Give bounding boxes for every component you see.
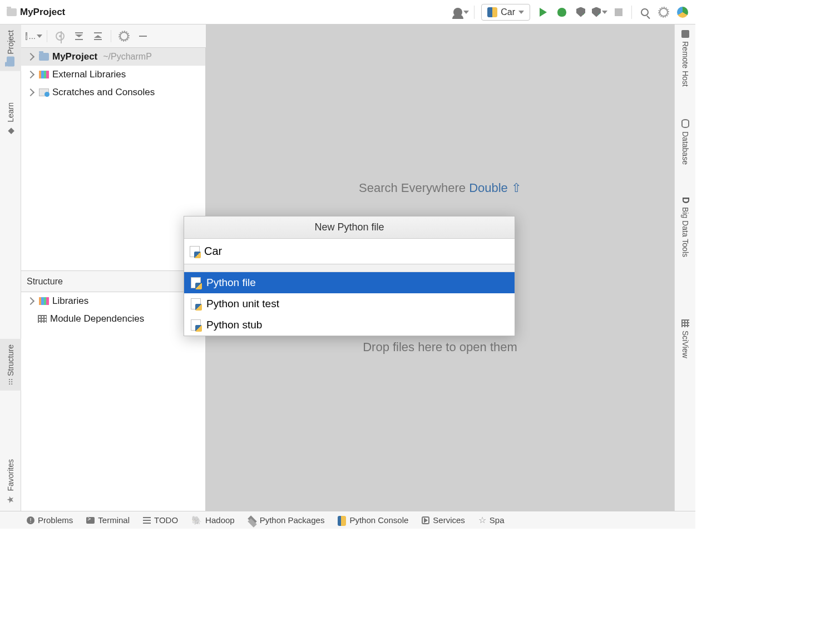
caret-down-icon (602, 11, 607, 14)
profile-button[interactable] (592, 4, 607, 20)
python-icon (338, 516, 346, 524)
collapse-all-button[interactable] (90, 28, 106, 45)
tree-project-root[interactable]: MyProject ~/PycharmP (21, 48, 205, 66)
dialog-input-row (184, 239, 515, 264)
select-opened-file-button[interactable] (52, 28, 68, 45)
dialog-separator (184, 264, 515, 272)
tab-learn[interactable]: ◆ Learn (0, 97, 21, 141)
expand-all-button[interactable] (71, 28, 87, 45)
structure-libraries[interactable]: Libraries (21, 292, 205, 310)
tree-path: ~/PycharmP (103, 52, 152, 62)
tab-problems[interactable]: !Problems (27, 515, 73, 525)
bottom-toolbar: !Problems Terminal TODO 🐘Hadoop Python P… (0, 511, 695, 529)
structure-module-deps[interactable]: Module Dependencies (21, 310, 205, 328)
tab-python-console[interactable]: Python Console (338, 515, 408, 525)
option-label: Python stub (206, 319, 262, 331)
drop-hint: Drop files here to open them (363, 340, 517, 355)
tab-label: SciView (681, 331, 690, 358)
structure-icon: ⠿ (8, 378, 13, 387)
tab-hadoop[interactable]: 🐘Hadoop (191, 515, 235, 525)
option-python-file[interactable]: Python file (184, 272, 515, 293)
tab-label: Services (433, 515, 465, 525)
caret-down-icon (37, 35, 42, 38)
scratch-icon (39, 88, 49, 96)
tab-structure[interactable]: ⠿ Structure (0, 339, 21, 391)
dialog-title: New Python file (184, 216, 515, 239)
tab-spark[interactable]: ☆Spa (478, 515, 505, 525)
search-label: Search Everywhere (359, 181, 466, 195)
tree-label: External Libraries (52, 69, 126, 80)
option-python-unit-test[interactable]: Python unit test (184, 293, 515, 314)
library-icon (39, 297, 49, 305)
library-icon (39, 71, 49, 78)
toolbar-separator (111, 30, 111, 42)
tab-services[interactable]: Services (422, 515, 465, 525)
toolbar-separator (474, 6, 475, 19)
folder-icon (7, 8, 17, 16)
settings-button[interactable] (656, 4, 671, 20)
run-config-selector[interactable]: Car (481, 4, 530, 21)
hadoop-icon: 🐘 (191, 515, 202, 525)
view-mode-selector[interactable]: ... (26, 28, 42, 45)
breadcrumb-project: MyProject (20, 7, 65, 18)
search-shortcut: Double ⇧ (469, 181, 521, 195)
coverage-button[interactable] (573, 4, 589, 20)
folder-icon (39, 53, 49, 61)
tab-label: Python Packages (260, 515, 325, 525)
tree-label: Libraries (52, 296, 88, 307)
filename-input[interactable] (204, 245, 509, 258)
grid-icon (681, 319, 689, 327)
collapse-icon (94, 32, 102, 40)
structure-header: Structure (21, 271, 205, 292)
tab-label: Remote Host (681, 41, 690, 87)
tree-scratches[interactable]: Scratches and Consoles (21, 83, 205, 101)
tree-label: MyProject (52, 51, 97, 62)
tab-project[interactable]: Project (0, 24, 21, 71)
coverage-icon (576, 7, 585, 17)
tab-remote-host[interactable]: Remote Host (675, 24, 695, 92)
collaborate-button[interactable] (453, 4, 469, 20)
option-label: Python file (206, 277, 256, 289)
learn-icon: ◆ (6, 126, 16, 136)
tab-terminal[interactable]: Terminal (86, 515, 130, 525)
option-python-stub[interactable]: Python stub (184, 314, 515, 336)
tab-label: Big Data Tools (681, 207, 690, 257)
run-button[interactable] (535, 4, 551, 20)
tab-database[interactable]: Database (675, 114, 695, 170)
tree-external-libraries[interactable]: External Libraries (21, 66, 205, 83)
tree-label: Module Dependencies (50, 313, 144, 324)
warn-icon: ! (27, 516, 34, 524)
tab-label: TODO (154, 515, 178, 525)
tree-label: Scratches and Consoles (52, 87, 155, 98)
tab-todo[interactable]: TODO (143, 515, 178, 525)
hide-tool-button[interactable] (135, 28, 151, 45)
chevron-right-icon (27, 71, 34, 78)
tab-python-packages[interactable]: Python Packages (248, 515, 325, 525)
gear-icon (659, 8, 668, 17)
caret-down-icon (463, 11, 469, 14)
search-hint: Search Everywhere Double ⇧ (359, 181, 521, 195)
star-icon: ★ (6, 495, 16, 505)
caret-down-icon (518, 11, 524, 14)
tab-big-data[interactable]: D Big Data Tools (675, 191, 695, 263)
debug-button[interactable] (554, 4, 570, 20)
breadcrumb[interactable]: MyProject (3, 7, 68, 18)
tab-sciview[interactable]: SciView (675, 314, 695, 364)
stop-button[interactable] (611, 4, 626, 20)
tab-label: Database (681, 131, 690, 165)
user-icon (453, 8, 462, 17)
services-icon (422, 516, 429, 524)
server-icon (681, 30, 689, 38)
brand-icon (677, 7, 688, 18)
python-file-icon (191, 319, 201, 331)
search-button[interactable] (637, 4, 653, 20)
tool-settings-button[interactable] (116, 28, 132, 45)
project-tree: MyProject ~/PycharmP External Libraries … (21, 48, 206, 270)
tab-label: Learn (6, 102, 15, 122)
tab-favorites[interactable]: ★ Favorites (0, 454, 21, 511)
tab-label: Hadoop (205, 515, 235, 525)
target-icon (56, 32, 65, 41)
run-config-name: Car (501, 7, 515, 17)
structure-panel: Structure Libraries Module Dependencies (21, 270, 206, 511)
brand-button[interactable] (675, 4, 690, 20)
